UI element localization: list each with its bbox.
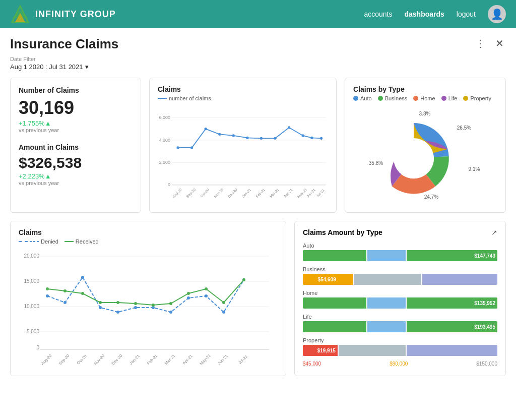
business-seg2	[354, 274, 421, 285]
property-dot	[463, 96, 468, 101]
avatar[interactable]: 👤	[488, 5, 506, 23]
svg-text:Sep-20: Sep-20	[185, 188, 197, 199]
axis-label-0: $45,000	[303, 361, 321, 367]
denied-dot	[99, 306, 102, 309]
denied-line	[19, 241, 28, 242]
business-bar-track: $54,609	[303, 274, 497, 285]
bar-axis: $45,000 $90,000 $150,000	[303, 361, 497, 367]
more-options-button[interactable]: ⋮	[473, 36, 487, 50]
bottom-claims-card: Claims Denied Received 20,000 15,000 10,…	[10, 221, 286, 376]
svg-text:Dec-20: Dec-20	[111, 353, 123, 366]
svg-text:Dec-20: Dec-20	[227, 188, 238, 199]
svg-text:5,000: 5,000	[27, 329, 39, 334]
nav-accounts[interactable]: accounts	[364, 10, 392, 18]
legend-auto: Auto	[353, 95, 372, 101]
page-header-actions: ⋮ ✕	[473, 36, 506, 50]
property-bar-label: Property	[303, 337, 497, 343]
home-bar-track: $135,952	[303, 297, 497, 309]
top-row: Number of Claims 30,169 +1,755%▲ vs prev…	[10, 78, 506, 213]
claims-dot	[260, 137, 263, 140]
claims-line-chart-card: Claims number of claims 6,000 4,000 2,00…	[149, 78, 337, 213]
received-dot	[63, 289, 67, 292]
denied-dot	[116, 311, 119, 314]
logo-area: Infinity Group	[10, 4, 116, 24]
home-bar-label: Home	[303, 290, 497, 296]
svg-text:Nov-20: Nov-20	[93, 353, 106, 366]
svg-text:Apr-21: Apr-21	[283, 188, 294, 199]
received-dot	[46, 287, 49, 290]
date-filter-label: Date Filter	[10, 56, 506, 62]
svg-text:Aug-20: Aug-20	[172, 188, 183, 199]
denied-dot	[63, 301, 67, 304]
svg-text:0: 0	[36, 345, 39, 350]
svg-text:Mar-21: Mar-21	[164, 353, 176, 366]
page-title: Insurance Claims	[10, 36, 118, 52]
claims-chart-title: Claims	[158, 85, 328, 93]
received-dot	[205, 287, 208, 290]
received-line-vis	[64, 241, 74, 242]
legend-received: Received	[64, 238, 99, 245]
svg-text:0: 0	[168, 182, 170, 187]
logo-icon	[10, 4, 30, 24]
amount-label: Amount in Claims	[19, 143, 133, 151]
bar-business: Business $54,609	[303, 266, 497, 285]
svg-text:May-21: May-21	[199, 353, 212, 366]
svg-text:Oct-20: Oct-20	[200, 188, 210, 199]
legend-property: Property	[463, 95, 491, 101]
claims-dot	[246, 137, 248, 139]
received-dot	[152, 304, 155, 307]
property-seg3	[407, 345, 497, 356]
legend-line-blue	[158, 98, 167, 99]
nav-logout[interactable]: logout	[457, 10, 476, 18]
life-pct-label: 35.8%	[369, 160, 383, 166]
claims-line	[178, 128, 321, 148]
claims-amount-card: Claims Amount by Type ↗ Auto $147,743 Bu…	[294, 221, 506, 376]
received-dot	[187, 292, 190, 295]
axis-label-1: $90,000	[390, 361, 408, 367]
legend-life: Life	[441, 95, 458, 101]
bottom-row: Claims Denied Received 20,000 15,000 10,…	[10, 221, 506, 376]
denied-dot	[222, 311, 225, 314]
svg-text:15,000: 15,000	[24, 278, 39, 284]
nav-dashboards[interactable]: dashboards	[404, 10, 444, 18]
received-dot	[116, 301, 119, 304]
denied-line-vis	[30, 241, 39, 242]
expand-icon[interactable]: ↗	[491, 228, 497, 236]
claims-by-type-card: Claims by Type Auto Business Home Life	[345, 78, 506, 213]
received-dot	[222, 301, 225, 304]
header: Infinity Group accounts dashboards logou…	[0, 0, 516, 28]
bar-auto: Auto $147,743	[303, 243, 497, 261]
auto-seg2	[367, 250, 406, 261]
business-pct-label: 9.1%	[469, 166, 480, 172]
received-dot	[81, 292, 84, 295]
business-seg1: $54,609	[303, 274, 353, 285]
life-bar-label: Life	[303, 314, 497, 320]
svg-text:Feb-21: Feb-21	[255, 188, 266, 199]
axis-label-2: $150,000	[476, 361, 497, 367]
bar-property: Property $19,915	[303, 337, 497, 356]
claims-dot	[274, 137, 276, 140]
svg-text:May-21: May-21	[297, 188, 308, 199]
received-dot	[134, 302, 137, 305]
claims-dot	[232, 134, 235, 137]
close-button[interactable]: ✕	[493, 36, 506, 50]
life-bar-track: $193,495	[303, 321, 497, 332]
logo-text: Infinity Group	[35, 9, 116, 20]
received-dot	[169, 302, 172, 305]
claims-dot	[176, 146, 179, 149]
svg-text:4,000: 4,000	[159, 138, 170, 143]
date-filter-value[interactable]: Aug 1 2020 : Jul 31 2021 ▾	[10, 63, 506, 71]
bottom-claims-legend: Denied Received	[19, 238, 278, 245]
svg-text:Mar-21: Mar-21	[269, 188, 280, 199]
auto-pct-label: 26.5%	[457, 125, 471, 131]
claims-dot	[302, 134, 304, 137]
denied-dot	[134, 306, 137, 309]
received-dot	[242, 278, 245, 281]
property-seg1: $19,915	[303, 345, 338, 356]
amount-vs: vs previous year	[19, 180, 133, 186]
svg-text:Feb-21: Feb-21	[146, 353, 159, 366]
received-dot	[99, 301, 102, 304]
svg-text:Jun-21: Jun-21	[217, 353, 229, 366]
svg-text:Jun-21: Jun-21	[306, 188, 316, 199]
svg-text:Jan-21: Jan-21	[128, 353, 141, 366]
